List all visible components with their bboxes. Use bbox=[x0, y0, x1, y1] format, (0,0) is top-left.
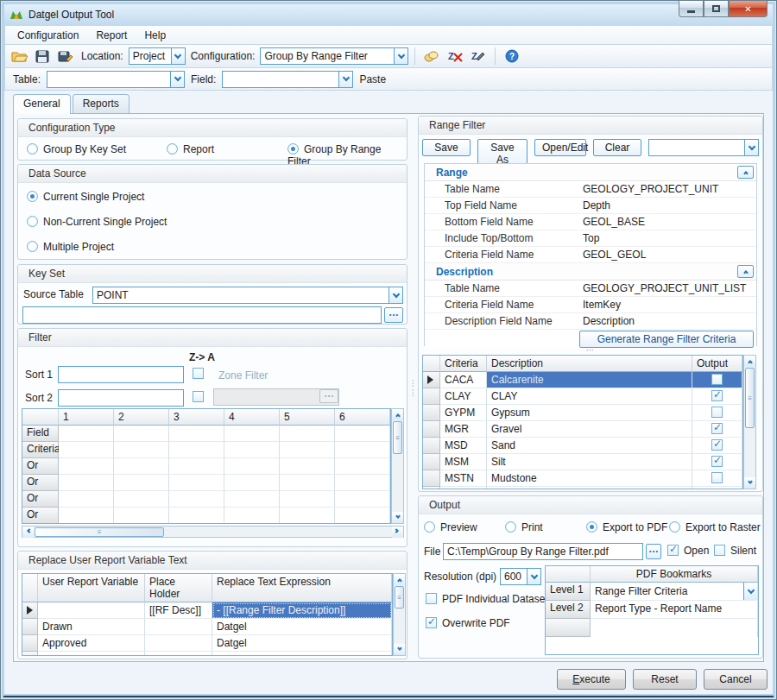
rename-config-icon[interactable]: Z bbox=[468, 47, 489, 66]
output-checkbox[interactable] bbox=[711, 472, 723, 483]
scroll-arrow-icon[interactable] bbox=[394, 644, 405, 655]
radio-multiple-project[interactable]: Multiple Project bbox=[27, 241, 114, 253]
checkbox-icon[interactable] bbox=[667, 545, 679, 556]
title-bar[interactable]: Datgel Output Tool ✕ bbox=[4, 4, 773, 25]
table-row[interactable]: [[RF Desc]] - [[Range Filter Description… bbox=[22, 602, 392, 619]
criteria-row[interactable]: CLAY CLAY bbox=[423, 388, 742, 405]
scroll-arrow-icon[interactable] bbox=[392, 512, 403, 523]
criteria-row[interactable]: SANDST bbox=[423, 487, 742, 489]
tab-general[interactable]: General bbox=[13, 94, 71, 114]
configuration-select[interactable]: Group By Range Filter bbox=[260, 47, 408, 65]
sort2-descending-checkbox[interactable] bbox=[193, 391, 204, 402]
field-select[interactable] bbox=[222, 71, 353, 88]
table-row[interactable]: Approved Datgel bbox=[22, 635, 392, 652]
criteria-row[interactable]: MSTN Mudstone bbox=[423, 470, 742, 487]
close-icon[interactable]: ✕ bbox=[729, 1, 768, 17]
filter-row-criteria[interactable]: Criteria bbox=[22, 442, 59, 458]
criteria-row[interactable]: MSM Silt bbox=[423, 454, 742, 470]
radio-current-single-project[interactable]: Current Single Project bbox=[27, 191, 144, 203]
save-icon[interactable] bbox=[32, 47, 53, 66]
location-select[interactable]: Project bbox=[129, 47, 186, 65]
property-row[interactable]: Description Field NameDescription bbox=[425, 313, 756, 330]
criteria-grid-vscrollbar[interactable] bbox=[743, 355, 756, 489]
criteria-row[interactable]: CACA Calcarenite bbox=[423, 372, 742, 388]
checkbox-icon[interactable] bbox=[426, 593, 437, 604]
property-row[interactable]: Top Field NameDepth bbox=[425, 198, 756, 214]
open-icon[interactable] bbox=[9, 47, 29, 66]
property-row[interactable]: Criteria Field NameItemKey bbox=[425, 297, 756, 313]
criteria-row[interactable]: MGR Gravel bbox=[423, 421, 742, 438]
save-button[interactable]: Save bbox=[422, 139, 471, 156]
output-checkbox[interactable] bbox=[711, 456, 723, 467]
filter-row-or[interactable]: Or bbox=[22, 491, 59, 508]
radio-icon[interactable] bbox=[669, 521, 680, 533]
collapse-icon[interactable] bbox=[737, 265, 754, 278]
copy-config-icon[interactable] bbox=[421, 47, 442, 66]
filter-row-or[interactable]: Or bbox=[22, 475, 59, 491]
replace-vars-table[interactable]: User Report Variable Place Holder Replac… bbox=[22, 573, 393, 656]
overwrite-pdf-checkbox[interactable]: Overwrite PDF bbox=[426, 617, 510, 629]
delete-config-icon[interactable]: Z bbox=[445, 47, 465, 66]
save-as-icon[interactable] bbox=[55, 47, 76, 66]
tab-reports[interactable]: Reports bbox=[73, 94, 130, 114]
execute-button[interactable]: EExecutexecute bbox=[557, 669, 626, 690]
filter-row-or[interactable]: Or bbox=[22, 508, 59, 524]
radio-icon[interactable] bbox=[505, 521, 516, 533]
pdf-bookmarks-table[interactable]: PDF Bookmarks Level 1 Range Filter Crite… bbox=[545, 565, 759, 655]
filter-grid-hscrollbar[interactable] bbox=[22, 526, 404, 538]
range-group-header[interactable]: Range bbox=[425, 164, 756, 181]
filter-row-or[interactable]: Or bbox=[22, 458, 59, 475]
dropdown-chevron-icon[interactable] bbox=[170, 72, 184, 87]
radio-icon[interactable] bbox=[27, 241, 38, 252]
filter-row-field[interactable]: Field bbox=[22, 426, 59, 442]
property-row[interactable]: Include Top/BottomTop bbox=[425, 230, 756, 247]
dropdown-chevron-icon[interactable] bbox=[338, 72, 352, 87]
radio-icon[interactable] bbox=[586, 521, 597, 533]
property-row[interactable]: Table NameGEOLOGY_PROJECT_UNIT bbox=[425, 181, 756, 198]
output-checkbox[interactable] bbox=[711, 439, 723, 451]
property-row[interactable]: Bottom Field NameGEOL_BASE bbox=[425, 214, 756, 230]
minimize-icon[interactable] bbox=[679, 1, 704, 17]
menu-report[interactable]: Report bbox=[87, 27, 136, 44]
table-row[interactable]: Drawn Datgel bbox=[22, 619, 392, 635]
radio-icon[interactable] bbox=[424, 521, 435, 533]
dropdown-chevron-icon[interactable] bbox=[394, 48, 407, 64]
table-select[interactable] bbox=[47, 71, 185, 88]
output-checkbox[interactable] bbox=[711, 489, 723, 489]
menu-help[interactable]: Help bbox=[136, 27, 174, 44]
dropdown-chevron-icon[interactable] bbox=[743, 583, 757, 600]
reset-button[interactable]: Reset bbox=[633, 669, 697, 690]
scroll-arrow-icon[interactable] bbox=[22, 527, 34, 538]
paste-button[interactable]: Paste bbox=[357, 73, 388, 85]
radio-export-to-pdf[interactable]: Export to PDF bbox=[586, 521, 667, 533]
generate-range-filter-criteria-button[interactable]: Generate Range Filter Criteria bbox=[579, 331, 754, 348]
radio-icon[interactable] bbox=[287, 143, 299, 155]
ellipsis-icon[interactable] bbox=[646, 544, 661, 559]
output-checkbox[interactable] bbox=[711, 390, 723, 401]
scroll-arrow-icon[interactable] bbox=[744, 477, 755, 489]
output-checkbox[interactable] bbox=[711, 423, 723, 434]
radio-report[interactable]: Report bbox=[167, 143, 214, 155]
property-row[interactable]: Criteria Field NameGEOL_GEOL bbox=[425, 247, 756, 263]
replace-vars-vscrollbar[interactable] bbox=[393, 573, 406, 656]
open-checkbox[interactable]: Open bbox=[667, 545, 709, 557]
dropdown-chevron-icon[interactable] bbox=[527, 569, 540, 584]
radio-icon[interactable] bbox=[27, 143, 38, 155]
criteria-row[interactable]: MSD Sand bbox=[423, 438, 742, 454]
dropdown-chevron-icon[interactable] bbox=[171, 48, 185, 64]
sort1-input[interactable] bbox=[58, 366, 184, 383]
description-group-header[interactable]: Description bbox=[425, 263, 756, 281]
scroll-arrow-icon[interactable] bbox=[392, 409, 403, 420]
clear-button[interactable]: Clear bbox=[593, 139, 641, 156]
ellipsis-icon[interactable] bbox=[384, 307, 403, 323]
output-checkbox[interactable] bbox=[711, 407, 723, 418]
silent-checkbox[interactable]: Silent bbox=[714, 545, 756, 557]
radio-icon[interactable] bbox=[27, 216, 38, 227]
filter-criteria-grid[interactable]: 1 2 3 4 5 6 Field Criteria Or O bbox=[22, 408, 391, 524]
sort1-descending-checkbox[interactable] bbox=[193, 368, 204, 379]
criteria-grid[interactable]: Criteria Description Output CACA Calcare… bbox=[422, 355, 743, 489]
scroll-arrow-icon[interactable] bbox=[394, 574, 405, 585]
table-row[interactable]: Approved Date 28/Feb/2010 bbox=[22, 652, 392, 656]
dropdown-chevron-icon[interactable] bbox=[744, 140, 758, 155]
range-filter-name-select[interactable] bbox=[648, 139, 759, 156]
